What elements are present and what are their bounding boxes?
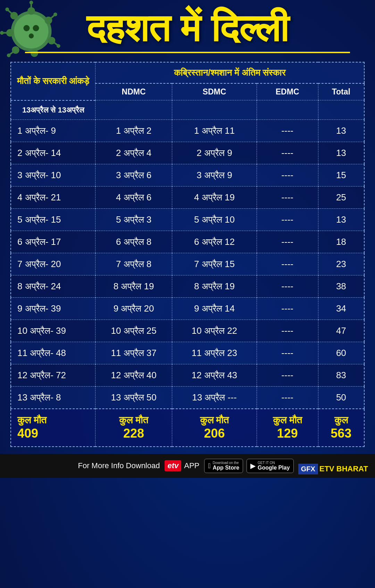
- table-row: 9 अप्रैल- 399 अप्रैल 209 अप्रैल 14----34: [11, 297, 364, 320]
- total-value: 409: [17, 426, 90, 441]
- total-value: 206: [177, 426, 251, 441]
- googleplay-badge[interactable]: ▶ GET IT ON Google Play: [247, 459, 293, 473]
- page-content: दहशत में दिल्ली मौतों के सरकारी आंकड़े क…: [0, 0, 375, 478]
- footer-text: For More Info Download: [78, 461, 160, 470]
- data-table-wrapper: मौतों के सरकारी आंकड़े कब्रिस्तान/श्मशान…: [10, 62, 365, 447]
- googleplay-sub: GET IT ON: [258, 461, 290, 465]
- table-row: 5 अप्रैल- 155 अप्रैल 35 अप्रैल 10----13: [11, 208, 364, 231]
- total-blank: [318, 100, 364, 120]
- col-header-govdata: मौतों के सरकारी आंकड़े: [11, 62, 95, 100]
- subheader-ndmc: NDMC: [95, 83, 172, 100]
- divider-line: [25, 52, 350, 53]
- table-row: 11 अप्रैल- 4811 अप्रैल 3711 अप्रैल 23---…: [11, 342, 364, 364]
- gfx-text: GFX: [298, 464, 318, 474]
- appstore-sub: Download on the: [213, 461, 239, 465]
- table-row: 10 अप्रैल- 3910 अप्रैल 2510 अप्रैल 22---…: [11, 320, 364, 342]
- subheader-sdmc: SDMC: [172, 83, 257, 100]
- total-label: कुल: [323, 415, 359, 426]
- table-row: 7 अप्रैल- 207 अप्रैल 87 अप्रैल 15----23: [11, 253, 364, 275]
- ndmc-blank: [95, 100, 172, 120]
- appstore-icon: : [208, 462, 210, 470]
- table-row: 8 अप्रैल- 248 अप्रैल 198 अप्रैल 19----38: [11, 275, 364, 297]
- total-row: कुल मौत409कुल मौत228कुल मौत206कुल मौत129…: [11, 409, 364, 447]
- subheader-edmc: EDMC: [257, 83, 318, 100]
- appstore-badge[interactable]:  Download on the App Store: [204, 459, 243, 473]
- etv-logo-text: etv: [167, 461, 178, 470]
- edmc-blank: [257, 100, 318, 120]
- col-header-burial: कब्रिस्तान/श्मशान में अंतिम संस्कार: [95, 62, 364, 83]
- total-label: कुल मौत: [17, 415, 90, 426]
- table-row: 6 अप्रैल- 176 अप्रैल 86 अप्रैल 12----18: [11, 231, 364, 253]
- sdmc-blank: [172, 100, 257, 120]
- main-title: दहशत में दिल्ली: [7, 7, 368, 49]
- table-row: 2 अप्रैल- 142 अप्रैल 42 अप्रैल 9----13: [11, 142, 364, 164]
- gfx-badge: GFX ETV BHARAT: [298, 464, 368, 474]
- subheader-total: Total: [318, 83, 364, 100]
- table-row: 13 अप्रैल- 813 अप्रैल 5013 अप्रैल ------…: [11, 386, 364, 409]
- appstore-main: App Store: [213, 465, 239, 471]
- total-label: कुल मौत: [177, 415, 251, 426]
- googleplay-main: Google Play: [258, 465, 290, 471]
- table-body: 1 अप्रैल- 91 अप्रैल 21 अप्रैल 11----132 …: [11, 119, 364, 447]
- table-row: 12 अप्रैल- 7212 अप्रैल 4012 अप्रैल 43---…: [11, 364, 364, 386]
- total-label: कुल मौत: [100, 415, 167, 426]
- date-range-header: 13अप्रैल से 13अप्रैल: [11, 100, 95, 120]
- etv-bharat-label: ETV BHARAT: [319, 464, 368, 473]
- etv-logo: etv: [165, 460, 181, 471]
- table-row: 1 अप्रैल- 91 अप्रैल 21 अप्रैल 11----13: [11, 119, 364, 142]
- table-row: 4 अप्रैल- 214 अप्रैल 64 अप्रैल 19----25: [11, 186, 364, 208]
- total-value: 129: [262, 426, 313, 441]
- data-table: मौतों के सरकारी आंकड़े कब्रिस्तान/श्मशान…: [10, 62, 365, 447]
- total-value: 563: [323, 426, 359, 441]
- table-row: 3 अप्रैल- 103 अप्रैल 63 अप्रैल 9----15: [11, 164, 364, 186]
- header-section: दहशत में दिल्ली: [0, 0, 375, 62]
- total-label: कुल मौत: [262, 415, 313, 426]
- footer-section: For More Info Download etv APP  Downloa…: [0, 454, 375, 478]
- googleplay-icon: ▶: [250, 462, 256, 470]
- footer-app-label: APP: [184, 461, 199, 470]
- total-value: 228: [100, 426, 167, 441]
